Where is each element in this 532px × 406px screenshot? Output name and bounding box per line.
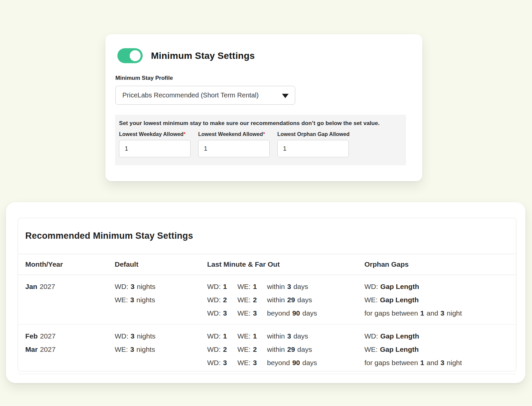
field-lowest-orphan-gap: Lowest Orphan Gap Allowed [277, 131, 349, 157]
table-row: Jan2027 WD:3nights WE:3nights WD:1 WE:1 … [18, 275, 516, 325]
cell-default: WD:3nights WE:3nights [115, 330, 207, 369]
select-value: PriceLabs Recommended (Short Term Rental… [122, 91, 259, 99]
field-lowest-weekend: Lowest Weekend Allowed* [198, 131, 270, 157]
cell-orphan-gaps: WD:Gap Length WE:Gap Length for gaps bet… [364, 330, 509, 369]
field-lowest-weekday: Lowest Weekday Allowed* [119, 131, 191, 157]
card-title: Minimum Stay Settings [151, 51, 255, 61]
recommended-minstay-table: Recommended Minimum Stay Settings Month/… [18, 218, 516, 371]
lowest-minstay-panel: Set your lowest minimum stay to make sur… [115, 115, 406, 165]
table-title: Recommended Minimum Stay Settings [25, 231, 193, 241]
minimum-stay-header: Minimum Stay Settings [117, 48, 255, 63]
column-header-default: Default [115, 260, 207, 268]
cell-month-year: Feb2027 Mar2027 [25, 330, 115, 369]
lowest-weekend-input[interactable] [198, 140, 270, 157]
recommended-minstay-card: Recommended Minimum Stay Settings Month/… [6, 202, 525, 383]
minimum-stay-toggle[interactable] [117, 48, 143, 63]
table-row: Feb2027 Mar2027 WD:3nights WE:3nights WD… [18, 325, 516, 374]
required-asterisk: * [263, 131, 265, 137]
lowest-orphan-gap-input[interactable] [277, 140, 349, 157]
panel-message: Set your lowest minimum stay to make sur… [119, 120, 406, 127]
cell-default: WD:3nights WE:3nights [115, 280, 207, 320]
lowest-weekday-input[interactable] [119, 140, 191, 157]
column-header-last-minute: Last Minute & Far Out [207, 260, 364, 268]
field-label: Lowest Weekend Allowed [198, 131, 263, 137]
minimum-stay-profile-label: Minimum Stay Profile [115, 75, 173, 81]
toggle-knob [130, 50, 141, 61]
cell-orphan-gaps: WD:Gap Length WE:Gap Length for gaps bet… [364, 280, 509, 320]
cell-last-minute: WD:1 WE:1 within3days WD:2 WE:2 within29… [207, 280, 364, 320]
column-header-orphan-gaps: Orphan Gaps [364, 260, 509, 268]
minimum-stay-profile-select[interactable]: PriceLabs Recommended (Short Term Rental… [115, 86, 295, 105]
cell-month-year: Jan2027 [25, 280, 115, 320]
cell-last-minute: WD:1 WE:1 within3days WD:2 WE:2 within29… [207, 330, 364, 369]
column-header-month-year: Month/Year [25, 260, 115, 268]
field-label: Lowest Orphan Gap Allowed [277, 131, 349, 137]
required-asterisk: * [184, 131, 186, 137]
table-header-row: Month/Year Default Last Minute & Far Out… [18, 254, 516, 275]
minimum-stay-settings-card: Minimum Stay Settings Minimum Stay Profi… [105, 34, 422, 181]
field-label: Lowest Weekday Allowed [119, 131, 184, 137]
chevron-down-icon [282, 94, 289, 98]
fields-row: Lowest Weekday Allowed* Lowest Weekend A… [119, 131, 406, 157]
